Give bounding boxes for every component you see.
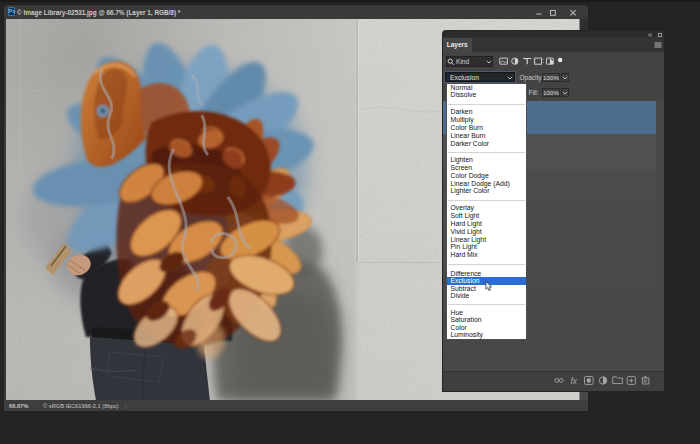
svg-text:fx: fx	[571, 376, 578, 386]
